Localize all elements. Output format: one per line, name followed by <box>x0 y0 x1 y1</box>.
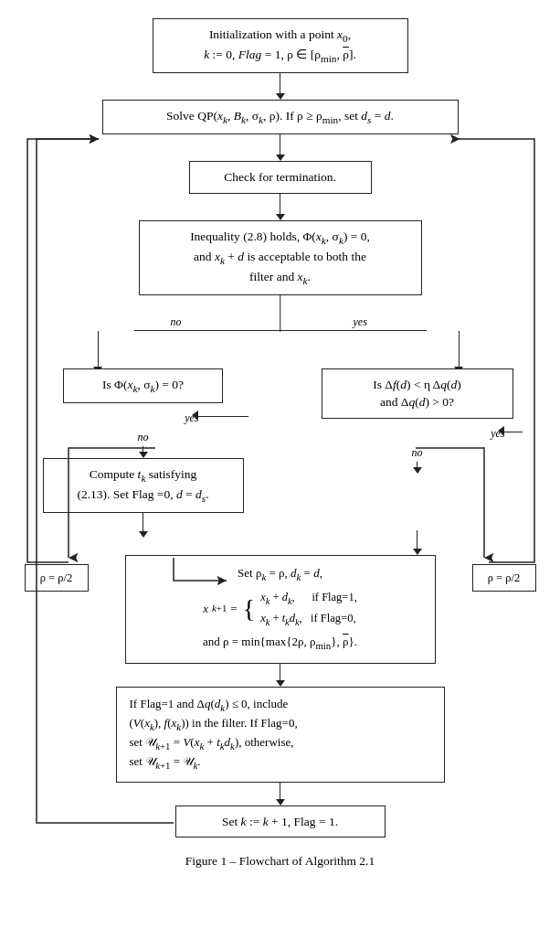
arrow-compute-down <box>139 513 148 538</box>
delta-box: Is Δf(d) < η Δq(d)and Δq(d) > 0? <box>322 368 513 419</box>
rho-half-left-container: ρ = ρ/2 <box>25 564 89 592</box>
flowchart: Initialization with a point x0, k := 0, … <box>25 18 536 869</box>
init-box: Initialization with a point x0, k := 0, … <box>153 18 408 73</box>
two-col-row: Is Φ(xk, σk) = 0? yes no Compute tk sati… <box>38 368 523 555</box>
rho-half-right-box: ρ = ρ/2 <box>472 564 536 592</box>
rho-half-left-box: ρ = ρ/2 <box>25 564 89 592</box>
arrow-check-ineq <box>276 194 285 220</box>
branch-row-1: no yes <box>38 295 523 368</box>
arrow-delta-down <box>413 530 422 555</box>
left-col: Is Φ(xk, σk) = 0? yes no Compute tk sati… <box>38 368 248 538</box>
setk-box: Set k := k + 1, Flag = 1. <box>175 806 386 838</box>
set-rho-k-container: Set ρk = ρ, dk = d, xk+1 = { xk + dk, if… <box>125 555 436 687</box>
check-box: Check for termination. <box>189 161 372 194</box>
arrow-setrho-filter <box>125 664 436 687</box>
no-label-1: no <box>171 315 182 329</box>
arrow-filter-setk <box>276 783 285 806</box>
set-rho-row: ρ = ρ/2 ρ = ρ/2 Set ρk = ρ, dk = d, xk+1… <box>25 555 536 687</box>
compute-box: Compute tk satisfying (2.13). Set Flag =… <box>43 458 244 513</box>
no-delta: no <box>412 446 423 460</box>
figure-caption: Figure 1 – Flowchart of Algorithm 2.1 <box>185 854 375 869</box>
rho-half-right-container: ρ = ρ/2 <box>472 564 536 592</box>
right-col: Is Δf(d) < η Δq(d)and Δq(d) > 0? yes no <box>312 368 523 555</box>
arrow-solve-check <box>276 134 285 161</box>
yes-label-1: yes <box>354 315 367 329</box>
filter-box: If Flag=1 and Δq(dk) ≤ 0, include (V(xk)… <box>116 687 445 783</box>
solve-box: Solve QP(xk, Bk, σk, ρ). If ρ ≥ ρmin, se… <box>102 100 459 134</box>
ineq-box: Inequality (2.8) holds, Φ(xk, σk) = 0, a… <box>139 220 422 295</box>
phi-box: Is Φ(xk, σk) = 0? <box>63 368 223 403</box>
set-rho-k-box: Set ρk = ρ, dk = d, xk+1 = { xk + dk, if… <box>125 555 436 664</box>
no-phi: no <box>138 431 149 444</box>
arrow-init-solve <box>276 73 285 100</box>
